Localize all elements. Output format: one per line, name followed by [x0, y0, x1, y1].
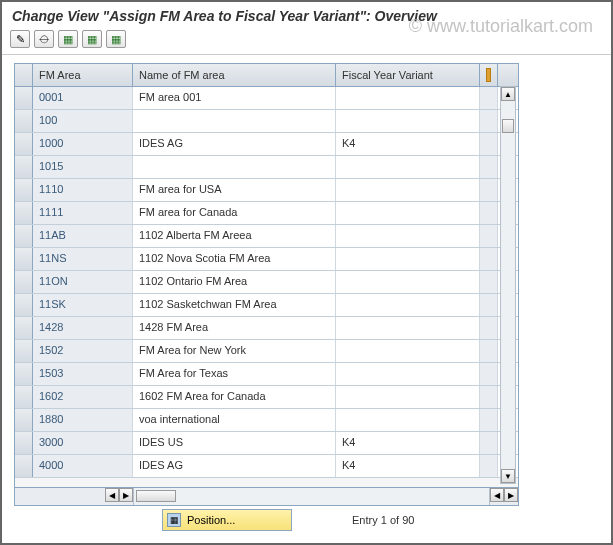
cell-fm-area[interactable]: 3000 [33, 432, 133, 454]
cell-fyv[interactable] [336, 317, 480, 339]
table-row[interactable]: 0001FM area 001 [15, 87, 518, 110]
toolbar-btn-5[interactable]: ▦ [106, 30, 126, 48]
cell-name[interactable]: 1602 FM Area for Canada [133, 386, 336, 408]
cell-name[interactable] [133, 110, 336, 132]
cell-fm-area[interactable]: 1015 [33, 156, 133, 178]
row-selector[interactable] [15, 110, 33, 132]
cell-name[interactable]: 1428 FM Area [133, 317, 336, 339]
table-row[interactable]: 11SK1102 Sasketchwan FM Area [15, 294, 518, 317]
table-row[interactable]: 1015 [15, 156, 518, 179]
toolbar-btn-4[interactable]: ▦ [82, 30, 102, 48]
cell-fyv[interactable] [336, 179, 480, 201]
row-selector[interactable] [15, 294, 33, 316]
hscroll-thumb[interactable] [136, 490, 176, 502]
scroll-down-icon[interactable]: ▼ [501, 469, 515, 483]
cell-fm-area[interactable]: 4000 [33, 455, 133, 477]
cell-name[interactable]: FM area 001 [133, 87, 336, 109]
cell-fm-area[interactable]: 1602 [33, 386, 133, 408]
table-row[interactable]: 11AB1102 Alberta FM Areea [15, 225, 518, 248]
cell-fm-area[interactable]: 100 [33, 110, 133, 132]
hscroll-right-1-icon[interactable]: ▶ [119, 488, 133, 502]
row-selector[interactable] [15, 386, 33, 408]
cell-fm-area[interactable]: 11AB [33, 225, 133, 247]
table-row[interactable]: 11ON1102 Ontario FM Area [15, 271, 518, 294]
cell-fyv[interactable] [336, 386, 480, 408]
table-row[interactable]: 3000IDES USK4 [15, 432, 518, 455]
table-row[interactable]: 11NS1102 Nova Scotia FM Area [15, 248, 518, 271]
cell-fyv[interactable] [336, 225, 480, 247]
cell-fm-area[interactable]: 1880 [33, 409, 133, 431]
table-row[interactable]: 4000IDES AGK4 [15, 455, 518, 478]
row-selector[interactable] [15, 455, 33, 477]
row-selector[interactable] [15, 87, 33, 109]
table-row[interactable]: 1111FM area for Canada [15, 202, 518, 225]
vertical-scrollbar[interactable]: ▲ ▼ [500, 86, 516, 484]
cell-name[interactable]: FM Area for New York [133, 340, 336, 362]
cell-fyv[interactable] [336, 271, 480, 293]
row-selector[interactable] [15, 133, 33, 155]
table-row[interactable]: 1000IDES AGK4 [15, 133, 518, 156]
cell-fm-area[interactable]: 1110 [33, 179, 133, 201]
row-selector[interactable] [15, 179, 33, 201]
cell-name[interactable]: voa international [133, 409, 336, 431]
col-selector[interactable] [15, 64, 33, 86]
cell-fm-area[interactable]: 11NS [33, 248, 133, 270]
row-selector[interactable] [15, 202, 33, 224]
row-selector[interactable] [15, 363, 33, 385]
row-selector[interactable] [15, 317, 33, 339]
cell-fyv[interactable] [336, 110, 480, 132]
cell-fyv[interactable] [336, 409, 480, 431]
horizontal-scrollbar[interactable] [133, 488, 490, 505]
cell-name[interactable] [133, 156, 336, 178]
cell-fm-area[interactable]: 1111 [33, 202, 133, 224]
table-row[interactable]: 1880voa international [15, 409, 518, 432]
scroll-up-icon[interactable]: ▲ [501, 87, 515, 101]
cell-name[interactable]: 1102 Nova Scotia FM Area [133, 248, 336, 270]
cell-fyv[interactable] [336, 363, 480, 385]
cell-name[interactable]: IDES AG [133, 455, 336, 477]
cell-fyv[interactable] [336, 87, 480, 109]
cell-name[interactable]: FM area for USA [133, 179, 336, 201]
vscroll-track[interactable] [501, 101, 515, 469]
cell-fyv[interactable] [336, 202, 480, 224]
row-selector[interactable] [15, 340, 33, 362]
cell-fm-area[interactable]: 0001 [33, 87, 133, 109]
toolbar-btn-1[interactable]: ✎ [10, 30, 30, 48]
cell-fyv[interactable] [336, 294, 480, 316]
hscroll-right-2-icon[interactable]: ▶ [504, 488, 518, 502]
row-selector[interactable] [15, 432, 33, 454]
cell-fyv[interactable]: K4 [336, 133, 480, 155]
cell-fyv[interactable]: K4 [336, 432, 480, 454]
toolbar-btn-2[interactable]: ⦵ [34, 30, 54, 48]
cell-fyv[interactable]: K4 [336, 455, 480, 477]
cell-name[interactable]: IDES AG [133, 133, 336, 155]
table-row[interactable]: 1503FM Area for Texas [15, 363, 518, 386]
position-button[interactable]: ▦ Position... [162, 509, 292, 531]
cell-fyv[interactable] [336, 248, 480, 270]
table-row[interactable]: 100 [15, 110, 518, 133]
table-row[interactable]: 16021602 FM Area for Canada [15, 386, 518, 409]
row-selector[interactable] [15, 248, 33, 270]
cell-fm-area[interactable]: 1428 [33, 317, 133, 339]
cell-fm-area[interactable]: 11SK [33, 294, 133, 316]
toolbar-btn-3[interactable]: ▦ [58, 30, 78, 48]
col-header-name[interactable]: Name of FM area [133, 64, 336, 86]
cell-fm-area[interactable]: 1503 [33, 363, 133, 385]
cell-fm-area[interactable]: 11ON [33, 271, 133, 293]
col-header-fyv[interactable]: Fiscal Year Variant [336, 64, 480, 86]
table-row[interactable]: 14281428 FM Area [15, 317, 518, 340]
row-selector[interactable] [15, 271, 33, 293]
cell-fm-area[interactable]: 1000 [33, 133, 133, 155]
row-selector[interactable] [15, 225, 33, 247]
hscroll-left-2-icon[interactable]: ◀ [490, 488, 504, 502]
col-config-icon[interactable] [480, 64, 498, 86]
cell-name[interactable]: 1102 Sasketchwan FM Area [133, 294, 336, 316]
table-row[interactable]: 1110FM area for USA [15, 179, 518, 202]
cell-fyv[interactable] [336, 340, 480, 362]
cell-name[interactable]: 1102 Ontario FM Area [133, 271, 336, 293]
cell-name[interactable]: IDES US [133, 432, 336, 454]
cell-name[interactable]: FM area for Canada [133, 202, 336, 224]
hscroll-left-1-icon[interactable]: ◀ [105, 488, 119, 502]
col-header-fm-area[interactable]: FM Area [33, 64, 133, 86]
row-selector[interactable] [15, 156, 33, 178]
